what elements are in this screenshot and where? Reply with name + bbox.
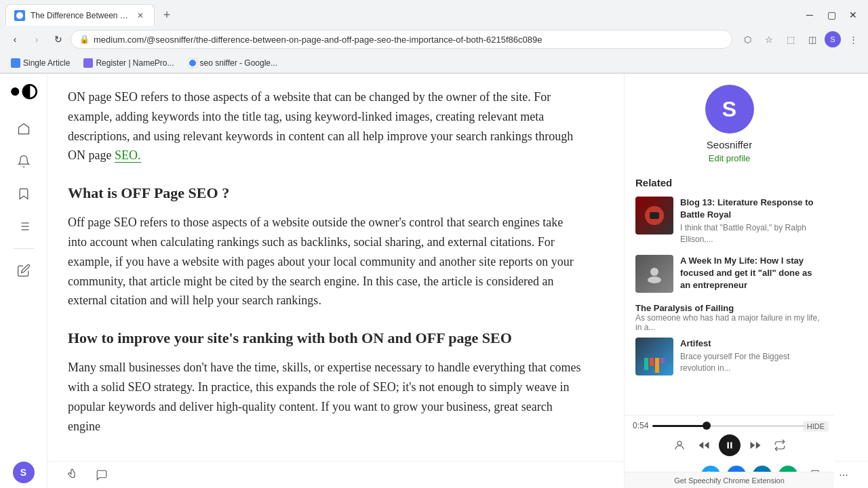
bookmark-single-article[interactable]: Single Article	[5, 57, 75, 69]
related-text-2: A Week In My Life: How I stay focused an…	[680, 255, 823, 293]
home-icon[interactable]	[10, 115, 37, 142]
audio-time-bar: 0:54 2:48	[633, 421, 826, 430]
nav-divider	[14, 248, 34, 249]
medium-left-sidebar: ●◐ S	[0, 74, 47, 488]
audio-progress-thumb	[703, 422, 711, 430]
bookmark-favicon-3	[188, 58, 197, 68]
section1-heading: What is OFF Page SEO ?	[68, 184, 583, 202]
fast-forward-button[interactable]	[746, 436, 765, 455]
edit-profile-link[interactable]: Edit profile	[635, 153, 823, 163]
menu-button[interactable]: ⋮	[844, 30, 863, 49]
audio-progress-bar[interactable]	[652, 425, 806, 427]
lists-icon[interactable]	[10, 213, 37, 240]
new-tab-button[interactable]: +	[157, 5, 176, 24]
related-item-4[interactable]: Artifest Brace yourself For the Biggest …	[635, 338, 823, 375]
related-item-1[interactable]: Blog 13: Literature Response to Battle R…	[635, 197, 823, 245]
audio-settings-button[interactable]	[770, 436, 789, 455]
related-text-1: Blog 13: Literature Response to Battle R…	[680, 197, 823, 245]
bookmark-label-3: seo sniffer - Google...	[200, 58, 278, 68]
audio-progress-fill	[652, 425, 706, 427]
refresh-button[interactable]: ↻	[49, 30, 68, 49]
current-time: 0:54	[633, 421, 648, 430]
seo-link[interactable]: SEO.	[115, 148, 141, 163]
svg-point-10	[650, 268, 658, 276]
clap-button[interactable]	[61, 464, 83, 486]
pause-button[interactable]	[719, 434, 741, 456]
rewind-button[interactable]	[694, 436, 713, 455]
svg-point-0	[16, 12, 23, 19]
speechify-text[interactable]: Get Speechify Chrome Extension	[674, 476, 785, 485]
related-text-4: Artifest Brace yourself For the Biggest …	[680, 338, 823, 374]
svg-marker-18	[750, 442, 755, 449]
right-sidebar: S Seosniffer Edit profile Related Blog 1…	[624, 74, 834, 488]
back-button[interactable]: ‹	[5, 30, 24, 49]
comment-button[interactable]	[91, 464, 113, 486]
bookmark-label-2: Register | NamePro...	[96, 58, 174, 68]
url-text: medium.com/@seosniffer/the-difference-be…	[94, 35, 724, 45]
svg-rect-15	[727, 442, 728, 448]
article-bottom-bar: 𝕏 f in M ···	[47, 461, 624, 488]
author-name: Seosniffer	[635, 139, 823, 150]
minimize-button[interactable]: ─	[800, 5, 819, 24]
maximize-button[interactable]: ▢	[822, 5, 841, 24]
section1-text: Off page SEO refers to those aspects of …	[68, 213, 583, 310]
profile-button[interactable]: S	[825, 31, 841, 47]
bookmark-google[interactable]: seo sniffer - Google...	[182, 57, 283, 69]
medium-logo[interactable]: ●◐	[9, 79, 37, 102]
bookmark-favicon-2	[83, 58, 93, 68]
notifications-icon[interactable]	[10, 148, 37, 175]
svg-point-12	[677, 441, 682, 445]
related-thumb-1	[635, 197, 673, 235]
related-thumb-2	[635, 255, 673, 293]
related-heading: Related	[635, 177, 823, 188]
svg-point-1	[189, 60, 196, 66]
bookmark-star-button[interactable]: ☆	[760, 30, 778, 49]
bookmark-namepro[interactable]: Register | NamePro...	[78, 57, 179, 69]
related-item-2[interactable]: A Week In My Life: How I stay focused an…	[635, 255, 823, 293]
write-icon[interactable]	[10, 257, 37, 284]
bookmarks-icon[interactable]	[10, 180, 37, 207]
user-avatar[interactable]: S	[13, 462, 35, 483]
audio-user-button[interactable]	[670, 436, 689, 455]
close-window-button[interactable]: ✕	[844, 5, 863, 24]
extensions-button[interactable]: ⬡	[738, 30, 757, 49]
related-thumb-4	[635, 338, 673, 375]
author-avatar[interactable]: S	[705, 85, 754, 134]
section2-heading: How to improve your site's ranking with …	[68, 329, 583, 347]
section2-text: Many small businesses don't have the tim…	[68, 358, 583, 436]
address-bar[interactable]: 🔒 medium.com/@seosniffer/the-difference-…	[71, 30, 732, 49]
bookmark-label-1: Single Article	[23, 58, 70, 68]
article-content: ON page SEO refers to those aspects of a…	[47, 74, 624, 488]
article-intro: ON page SEO refers to those aspects of a…	[68, 87, 583, 165]
screenshot-button[interactable]: ◫	[803, 30, 822, 49]
svg-marker-14	[704, 442, 709, 449]
audio-player: HIDE 0:54 2:48	[625, 415, 834, 462]
tab-favicon	[14, 10, 25, 21]
forward-button[interactable]: ›	[27, 30, 46, 49]
speechify-bar: Get Speechify Chrome Extension	[625, 472, 834, 488]
svg-rect-9	[650, 212, 659, 219]
svg-point-11	[648, 277, 661, 283]
hide-player-button[interactable]: HIDE	[803, 421, 829, 432]
audio-controls	[633, 434, 826, 456]
svg-rect-16	[730, 442, 732, 448]
svg-marker-13	[698, 442, 703, 449]
browser-tab[interactable]: The Difference Between ON... ✕	[5, 4, 155, 26]
related-item-3[interactable]: The Paralysis of Failing As someone who …	[635, 303, 823, 332]
tab-title: The Difference Between ON...	[31, 11, 130, 20]
tab-close-button[interactable]: ✕	[135, 10, 146, 21]
bookmark-favicon-1	[11, 58, 20, 68]
svg-marker-17	[755, 442, 760, 449]
cast-button[interactable]: ⬚	[781, 30, 800, 49]
lock-icon: 🔒	[79, 35, 90, 44]
